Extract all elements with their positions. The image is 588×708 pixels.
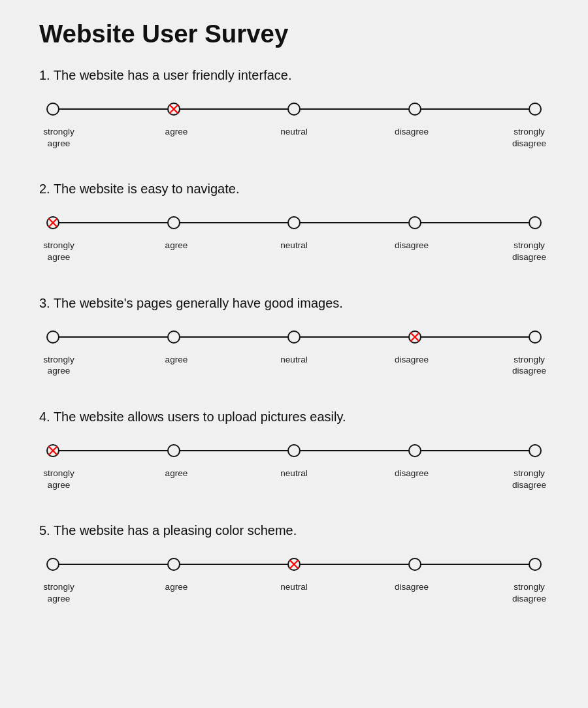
selected-x-icon xyxy=(167,102,181,116)
scale-2: strongly agreeagreeneutraldisagreestrong… xyxy=(39,210,549,263)
empty-circle-icon xyxy=(287,102,301,116)
scale-1-label-4: strongly disagree xyxy=(503,126,555,149)
empty-circle-icon xyxy=(167,216,181,230)
scale-2-point-2[interactable] xyxy=(287,216,301,230)
svg-point-25 xyxy=(288,445,300,457)
scale-1-point-2[interactable] xyxy=(287,102,301,116)
question-2: 2. The website is easy to navigate.stron… xyxy=(39,182,549,263)
question-1-text: 1. The website has a user friendly inter… xyxy=(39,68,549,83)
scale-3-label-2: neutral xyxy=(268,354,320,377)
scale-5-label-4: strongly disagree xyxy=(503,581,555,604)
empty-circle-icon xyxy=(287,216,301,230)
empty-circle-icon xyxy=(408,216,422,230)
scale-2-label-2: neutral xyxy=(268,240,320,263)
question-3: 3. The website's pages generally have go… xyxy=(39,296,549,377)
scale-1-point-1[interactable] xyxy=(167,102,181,116)
scale-3: strongly agreeagreeneutraldisagreestrong… xyxy=(39,324,549,377)
svg-point-34 xyxy=(529,558,541,570)
empty-circle-icon xyxy=(528,102,542,116)
empty-circle-icon xyxy=(46,102,60,116)
scale-4-label-2: neutral xyxy=(268,468,320,491)
question-2-text: 2. The website is easy to navigate. xyxy=(39,182,549,197)
svg-point-6 xyxy=(529,103,541,115)
scale-1-point-0[interactable] xyxy=(46,102,60,116)
question-4: 4. The website allows users to upload pi… xyxy=(39,410,549,491)
scale-2-label-3: disagree xyxy=(385,240,438,263)
scale-5-label-1: agree xyxy=(150,581,203,604)
scale-1: strongly agreeagreeneutraldisagreestrong… xyxy=(39,96,549,149)
empty-circle-icon xyxy=(287,443,301,458)
svg-point-16 xyxy=(288,331,300,343)
scale-1-label-3: disagree xyxy=(385,126,438,149)
svg-point-20 xyxy=(529,331,541,343)
scale-5-point-1[interactable] xyxy=(167,557,181,571)
svg-point-4 xyxy=(288,103,300,115)
scale-3-point-3[interactable] xyxy=(408,330,422,344)
svg-point-27 xyxy=(529,445,541,457)
scale-5-label-0: strongly agree xyxy=(33,581,85,604)
empty-circle-icon xyxy=(46,330,60,344)
svg-point-28 xyxy=(47,558,59,570)
scale-2-point-4[interactable] xyxy=(528,216,542,230)
selected-x-icon xyxy=(46,216,60,230)
empty-circle-icon xyxy=(528,330,542,344)
empty-circle-icon xyxy=(528,557,542,571)
scale-4-point-3[interactable] xyxy=(408,443,422,458)
scale-4-label-1: agree xyxy=(150,468,203,491)
scale-2-point-3[interactable] xyxy=(408,216,422,230)
svg-point-15 xyxy=(168,331,180,343)
scale-1-point-3[interactable] xyxy=(408,102,422,116)
question-5-text: 5. The website has a pleasing color sche… xyxy=(39,523,549,538)
scale-3-point-2[interactable] xyxy=(287,330,301,344)
scale-3-label-3: disagree xyxy=(385,354,438,377)
svg-point-33 xyxy=(409,558,421,570)
scale-3-point-4[interactable] xyxy=(528,330,542,344)
scale-5-point-3[interactable] xyxy=(408,557,422,571)
svg-point-13 xyxy=(529,217,541,229)
scale-4-point-1[interactable] xyxy=(167,443,181,458)
question-1: 1. The website has a user friendly inter… xyxy=(39,68,549,149)
svg-point-11 xyxy=(288,217,300,229)
scale-5-label-2: neutral xyxy=(268,581,320,604)
empty-circle-icon xyxy=(528,216,542,230)
empty-circle-icon xyxy=(167,330,181,344)
scale-1-label-0: strongly agree xyxy=(33,126,85,149)
empty-circle-icon xyxy=(408,557,422,571)
scale-5-point-4[interactable] xyxy=(528,557,542,571)
svg-point-0 xyxy=(47,103,59,115)
scale-2-point-1[interactable] xyxy=(167,216,181,230)
scale-4-point-0[interactable] xyxy=(46,443,60,458)
svg-point-5 xyxy=(409,103,421,115)
svg-point-29 xyxy=(168,558,180,570)
selected-x-icon xyxy=(46,443,60,458)
svg-point-26 xyxy=(409,445,421,457)
scale-5-point-2[interactable] xyxy=(287,557,301,571)
selected-x-icon xyxy=(287,557,301,571)
scale-5-point-0[interactable] xyxy=(46,557,60,571)
scale-2-label-0: strongly agree xyxy=(33,240,85,263)
scale-2-point-0[interactable] xyxy=(46,216,60,230)
empty-circle-icon xyxy=(287,330,301,344)
scale-1-label-1: agree xyxy=(150,126,203,149)
empty-circle-icon xyxy=(408,443,422,458)
empty-circle-icon xyxy=(528,443,542,458)
scale-4-point-2[interactable] xyxy=(287,443,301,458)
scale-3-point-0[interactable] xyxy=(46,330,60,344)
scale-4-label-3: disagree xyxy=(385,468,438,491)
svg-point-14 xyxy=(47,331,59,343)
scale-3-label-0: strongly agree xyxy=(33,354,85,377)
scale-1-point-4[interactable] xyxy=(528,102,542,116)
question-3-text: 3. The website's pages generally have go… xyxy=(39,296,549,311)
svg-point-12 xyxy=(409,217,421,229)
question-5: 5. The website has a pleasing color sche… xyxy=(39,523,549,604)
scale-4-label-4: strongly disagree xyxy=(503,468,555,491)
scale-3-label-4: strongly disagree xyxy=(503,354,555,377)
empty-circle-icon xyxy=(167,443,181,458)
scale-4-point-4[interactable] xyxy=(528,443,542,458)
scale-4: strongly agreeagreeneutraldisagreestrong… xyxy=(39,438,549,491)
scale-5: strongly agreeagreeneutraldisagreestrong… xyxy=(39,551,549,604)
scale-2-label-1: agree xyxy=(150,240,203,263)
scale-3-point-1[interactable] xyxy=(167,330,181,344)
scale-1-label-2: neutral xyxy=(268,126,320,149)
scale-4-label-0: strongly agree xyxy=(33,468,85,491)
